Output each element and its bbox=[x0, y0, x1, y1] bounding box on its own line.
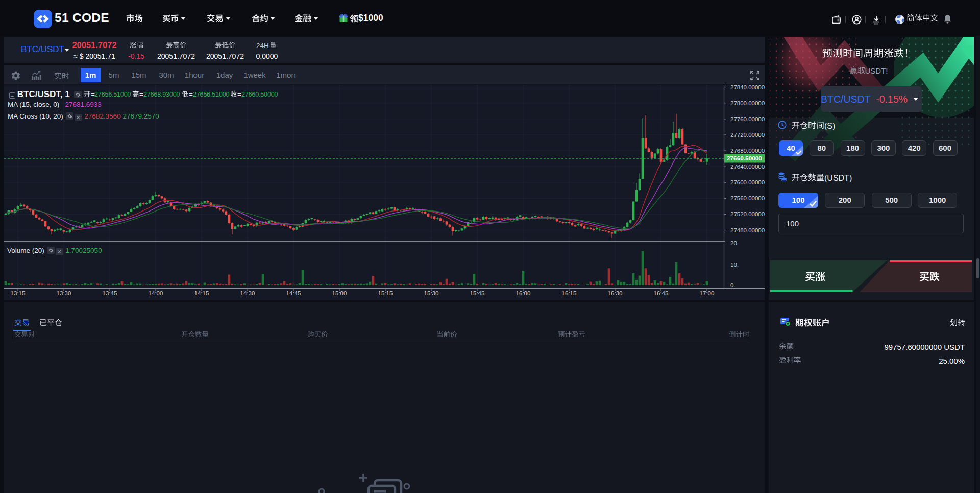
svg-text:27800.00000: 27800.00000 bbox=[730, 100, 765, 106]
svg-text:16:15: 16:15 bbox=[562, 290, 577, 296]
svg-text:14:30: 14:30 bbox=[240, 290, 255, 296]
svg-text:27640.00000: 27640.00000 bbox=[730, 163, 765, 170]
svg-text:27660.50000: 27660.50000 bbox=[727, 155, 762, 162]
svg-text:16:30: 16:30 bbox=[608, 290, 623, 296]
svg-text:13:45: 13:45 bbox=[103, 290, 117, 296]
svg-text:13:15: 13:15 bbox=[11, 290, 26, 296]
svg-text:13:30: 13:30 bbox=[57, 290, 71, 296]
svg-text:14:00: 14:00 bbox=[149, 290, 163, 296]
svg-text:15:15: 15:15 bbox=[378, 290, 393, 296]
svg-text:0.: 0. bbox=[730, 282, 736, 288]
svg-text:14:45: 14:45 bbox=[286, 290, 301, 296]
svg-text:15:30: 15:30 bbox=[424, 290, 439, 296]
svg-text:16:00: 16:00 bbox=[516, 290, 531, 296]
svg-text:27720.00000: 27720.00000 bbox=[730, 132, 765, 138]
svg-text:15:00: 15:00 bbox=[332, 290, 347, 296]
svg-text:17:00: 17:00 bbox=[700, 290, 715, 296]
svg-text:27520.00000: 27520.00000 bbox=[730, 211, 765, 217]
svg-text:16:45: 16:45 bbox=[654, 290, 669, 296]
svg-text:27600.00000: 27600.00000 bbox=[730, 179, 765, 185]
svg-text:27840.00000: 27840.00000 bbox=[730, 85, 765, 90]
svg-text:14:15: 14:15 bbox=[194, 290, 209, 296]
svg-text:27480.00000: 27480.00000 bbox=[730, 227, 765, 233]
svg-text:27560.00000: 27560.00000 bbox=[730, 195, 765, 201]
svg-text:27680.00000: 27680.00000 bbox=[730, 148, 765, 154]
svg-text:15:45: 15:45 bbox=[470, 290, 485, 296]
svg-text:27760.00000: 27760.00000 bbox=[730, 116, 765, 122]
svg-text:20.: 20. bbox=[730, 240, 739, 246]
svg-text:10.: 10. bbox=[730, 262, 739, 268]
